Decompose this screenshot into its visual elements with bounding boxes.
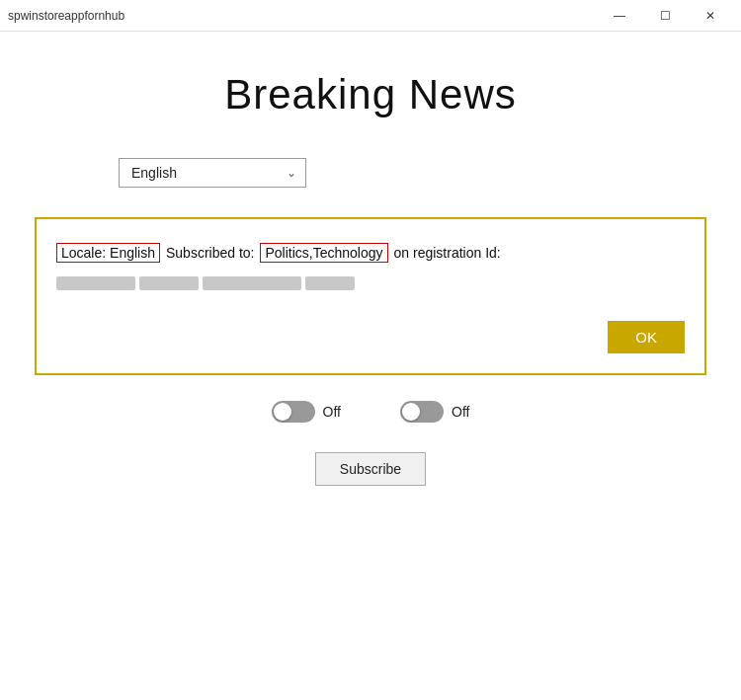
locale-value: English bbox=[110, 245, 155, 261]
dialog-footer: OK bbox=[56, 321, 685, 353]
toggle-group-1: Off bbox=[272, 401, 341, 423]
minimize-button[interactable]: — bbox=[597, 0, 642, 32]
toggle-label-2: Off bbox=[452, 404, 469, 420]
toggle-thumb-1 bbox=[274, 403, 291, 421]
dialog-text-row: Locale: English Subscribed to: Politics,… bbox=[56, 243, 685, 263]
locale-label-value: Locale: English bbox=[56, 243, 160, 263]
toggle-switch-1[interactable] bbox=[272, 401, 315, 423]
redacted-bar-1 bbox=[56, 276, 135, 290]
toggle-thumb-2 bbox=[402, 403, 420, 421]
toggle-label-1: Off bbox=[323, 404, 341, 420]
page-title: Breaking News bbox=[224, 71, 516, 118]
language-dropdown-container: English Spanish French German ⌄ bbox=[119, 158, 306, 188]
redacted-bar-4 bbox=[305, 276, 355, 290]
toggle-switch-2[interactable] bbox=[400, 401, 444, 423]
close-button[interactable]: ✕ bbox=[688, 0, 733, 32]
subscribed-value: Politics,Technology bbox=[260, 243, 387, 263]
language-select[interactable]: English Spanish French German bbox=[119, 158, 306, 188]
ok-button[interactable]: OK bbox=[608, 321, 685, 353]
main-content: Breaking News English Spanish French Ger… bbox=[0, 32, 741, 700]
window-controls: — ☐ ✕ bbox=[597, 0, 733, 32]
registration-id-redacted bbox=[56, 276, 685, 290]
dialog-box: Locale: English Subscribed to: Politics,… bbox=[35, 217, 706, 375]
dialog-content: Locale: English Subscribed to: Politics,… bbox=[56, 243, 685, 290]
registration-label: on registration Id: bbox=[394, 245, 501, 261]
toggle-group-2: Off bbox=[400, 401, 469, 423]
locale-label: Locale: bbox=[61, 245, 106, 261]
title-bar: spwinstoreappfornhub — ☐ ✕ bbox=[0, 0, 741, 32]
redacted-bar-3 bbox=[203, 276, 301, 290]
redacted-bar-2 bbox=[139, 276, 199, 290]
app-title: spwinstoreappfornhub bbox=[8, 9, 124, 23]
subscribed-label: Subscribed to: bbox=[166, 245, 255, 261]
maximize-button[interactable]: ☐ bbox=[642, 0, 688, 32]
subscribe-button[interactable]: Subscribe bbox=[315, 452, 426, 486]
toggles-row: Off Off bbox=[272, 401, 470, 423]
